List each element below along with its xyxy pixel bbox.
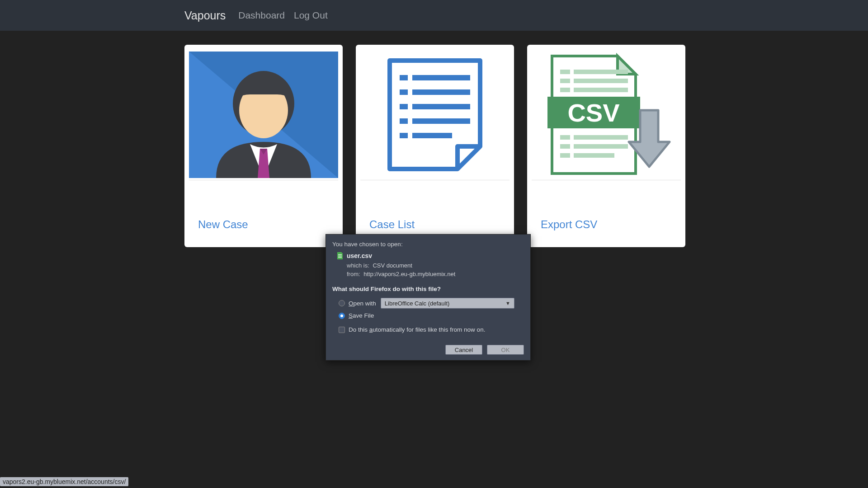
svg-rect-28 xyxy=(574,153,614,158)
svg-rect-17 xyxy=(560,79,570,83)
status-bar-url: vapors2.eu-gb.mybluemix.net/accounts/csv… xyxy=(0,477,128,486)
open-with-selected-value: LibreOffice Calc (default) xyxy=(385,300,450,307)
svg-rect-18 xyxy=(574,79,628,83)
card-title-export-csv: Export CSV xyxy=(532,183,681,237)
which-is-value: CSV document xyxy=(373,262,412,269)
brand-label[interactable]: Vapours xyxy=(184,9,226,22)
svg-rect-14 xyxy=(412,133,452,138)
radio-label-save-file: Save File xyxy=(349,312,374,319)
card-title-case-list: Case List xyxy=(360,183,509,237)
svg-rect-13 xyxy=(400,133,408,138)
svg-rect-31 xyxy=(338,257,342,258)
dialog-filename: user.csv xyxy=(347,252,372,259)
ok-button[interactable]: OK xyxy=(487,345,524,355)
card-export-csv[interactable]: CSV Export CSV xyxy=(527,45,685,247)
svg-rect-20 xyxy=(574,88,628,92)
card-case-list[interactable]: Case List xyxy=(356,45,514,247)
dialog-intro-text: You have chosen to open: xyxy=(332,241,524,248)
cancel-button[interactable]: Cancel xyxy=(445,345,482,355)
nav-link-logout[interactable]: Log Out xyxy=(294,10,328,21)
which-is-label: which is: xyxy=(347,262,369,269)
dialog-file-row: user.csv xyxy=(332,252,524,259)
cards-container: New Case Case List xyxy=(0,31,868,247)
file-icon xyxy=(337,252,343,259)
svg-rect-5 xyxy=(400,75,408,80)
card-image-new-case xyxy=(189,49,338,180)
from-value: http://vapors2.eu-gb.mybluemix.net xyxy=(363,271,455,277)
radio-open-with[interactable] xyxy=(339,300,345,306)
svg-rect-9 xyxy=(400,104,408,109)
svg-rect-23 xyxy=(560,135,570,140)
card-new-case[interactable]: New Case xyxy=(184,45,343,247)
card-image-case-list xyxy=(360,49,509,180)
svg-rect-12 xyxy=(412,118,470,124)
chevron-down-icon: ▼ xyxy=(505,300,510,306)
svg-rect-30 xyxy=(338,256,342,256)
dialog-which-is-row: which is: CSV document xyxy=(332,262,524,269)
nav-link-dashboard[interactable]: Dashboard xyxy=(238,10,285,21)
dialog-from-row: from: http://vapors2.eu-gb.mybluemix.net xyxy=(332,271,524,277)
document-list-icon xyxy=(376,56,494,174)
svg-rect-6 xyxy=(412,75,470,80)
svg-rect-26 xyxy=(574,144,628,149)
svg-rect-27 xyxy=(560,153,570,158)
radio-label-open-with: Open with xyxy=(349,300,376,307)
svg-rect-29 xyxy=(338,254,342,255)
svg-rect-24 xyxy=(574,135,628,140)
svg-rect-16 xyxy=(574,70,628,74)
dialog-question: What should Firefox do with this file? xyxy=(332,286,524,292)
svg-text:CSV: CSV xyxy=(567,99,619,127)
checkbox-row-auto[interactable]: Do this automatically for files like thi… xyxy=(332,326,524,333)
checkbox-label-auto: Do this automatically for files like thi… xyxy=(349,326,485,333)
navbar: Vapours Dashboard Log Out xyxy=(0,0,868,31)
csv-download-icon: CSV xyxy=(538,52,674,178)
svg-rect-8 xyxy=(412,89,470,95)
svg-rect-10 xyxy=(412,104,470,109)
download-dialog: You have chosen to open: user.csv which … xyxy=(326,234,531,361)
svg-rect-7 xyxy=(400,89,408,95)
card-image-export-csv: CSV xyxy=(532,49,681,180)
svg-rect-19 xyxy=(560,88,570,92)
svg-rect-11 xyxy=(400,118,408,124)
svg-rect-25 xyxy=(560,144,570,149)
from-label: from: xyxy=(347,271,360,277)
radio-save-file[interactable] xyxy=(339,313,345,319)
person-avatar-icon xyxy=(189,52,338,178)
open-with-select[interactable]: LibreOffice Calc (default) ▼ xyxy=(381,298,514,309)
dialog-buttons: Cancel OK xyxy=(332,345,524,355)
svg-rect-15 xyxy=(560,70,570,74)
radio-row-open-with[interactable]: Open with LibreOffice Calc (default) ▼ xyxy=(332,298,524,309)
card-title-new-case: New Case xyxy=(189,183,338,237)
checkbox-auto[interactable] xyxy=(339,327,345,333)
radio-row-save-file[interactable]: Save File xyxy=(332,312,524,319)
